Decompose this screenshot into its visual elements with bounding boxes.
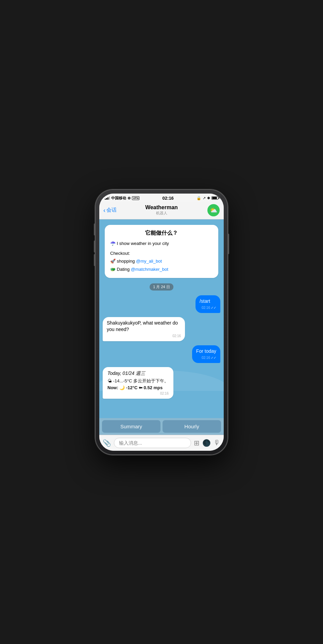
nav-center: Weatherman 机器人 (127, 204, 196, 216)
bubble-reply-text: ShakuyakukyoP, what weather do you need? (107, 320, 178, 332)
sticker-icon[interactable]: ⊞ (194, 439, 200, 447)
bluetooth-icon: ✱ (207, 196, 210, 200)
status-left: 中国移动 ⊜ VPN (105, 196, 139, 201)
signal-icon (105, 196, 110, 200)
weather-footer: 02:16 (107, 392, 169, 395)
bubble-start: /start 02:16 ✓✓ (196, 295, 220, 313)
mic-icon[interactable]: 🎙 (214, 439, 220, 447)
welcome-line1: ☂️ I show weather in your city (110, 240, 213, 247)
status-right: 🔒 ↗ ✱ (197, 196, 218, 200)
bubble-reply-footer: 02:16 (107, 334, 181, 338)
nav-subtitle: 机器人 (127, 211, 196, 216)
check-marks-start: ✓✓ (211, 306, 216, 310)
bubble-reply-time: 02:16 (172, 334, 181, 338)
emoji-icon[interactable]: 🌑 (202, 439, 211, 447)
battery-icon (211, 196, 218, 200)
msg-row-reply: ShakuyakukyoP, what weather do you need?… (103, 317, 220, 341)
checkout-link-2[interactable]: @matchmaker_bot (131, 267, 168, 272)
nav-bar: ‹ 会话 Weatherman 机器人 ⛅ (99, 202, 224, 219)
welcome-checkout: Checkout: 🚀 shopping @my_ali_bot 🐲 Datin… (110, 249, 213, 273)
back-chevron-icon: ‹ (103, 207, 105, 213)
bubble-start-footer: 02:16 ✓✓ (200, 306, 216, 310)
welcome-bubble: 它能做什么？ ☂️ I show weather in your city Ch… (105, 225, 218, 278)
date-label: 1 月 24 日 (150, 283, 173, 291)
msg-row-today: For today 02:16 ✓✓ (103, 345, 220, 363)
input-bar: 📎 ⊞ 🌑 🎙 (99, 435, 224, 451)
msg-row-weather: Today, 01/24 週三 🌤 -14...-5°C 多云开始于下午。 No… (103, 367, 220, 399)
carrier-label: 中国移动 (111, 196, 126, 201)
bot-buttons-bar: Summary Hourly (99, 418, 224, 435)
bot-icon-emoji: ⛅ (210, 207, 217, 214)
checkout-link-1[interactable]: @my_ali_bot (136, 259, 162, 264)
weather-now: Now: 🌙 -12°C ⬅ 0.52 mps (107, 385, 169, 390)
weather-time: 02:16 (160, 392, 169, 395)
summary-button[interactable]: Summary (102, 420, 160, 433)
date-divider: 1 月 24 日 (103, 283, 220, 291)
nav-title: Weatherman (127, 204, 196, 211)
checkout-item-1: 🚀 shopping @my_ali_bot (110, 259, 162, 264)
attach-icon[interactable]: 📎 (103, 439, 111, 447)
bubble-today-footer: 02:16 ✓✓ (196, 356, 216, 360)
weather-bubble: Today, 01/24 週三 🌤 -14...-5°C 多云开始于下午。 No… (103, 367, 173, 399)
welcome-title: 它能做什么？ (110, 230, 213, 237)
bubble-today-text: For today (196, 348, 216, 354)
nav-right: ⛅ (196, 204, 220, 216)
vpn-badge: VPN (132, 196, 139, 200)
checkout-label: Checkout: (110, 251, 130, 256)
bot-avatar[interactable]: ⛅ (207, 204, 220, 216)
location-icon: ↗ (203, 196, 206, 200)
wifi-icon: ⊜ (128, 196, 131, 200)
bubble-today: For today 02:16 ✓✓ (192, 345, 220, 363)
check-marks-today: ✓✓ (211, 356, 216, 360)
bubble-today-time: 02:16 (202, 356, 210, 360)
hourly-button[interactable]: Hourly (163, 420, 221, 433)
msg-row-start: /start 02:16 ✓✓ (103, 295, 220, 313)
status-time: 02:16 (163, 196, 174, 201)
chat-area[interactable]: 它能做什么？ ☂️ I show weather in your city Ch… (99, 219, 224, 418)
weather-date: Today, 01/24 週三 (107, 370, 169, 377)
phone-screen: 中国移动 ⊜ VPN 02:16 🔒 ↗ ✱ ‹ 会话 (99, 194, 224, 451)
status-bar: 中国移动 ⊜ VPN 02:16 🔒 ↗ ✱ (99, 194, 224, 202)
checkout-item-2: 🐲 Dating @matchmaker_bot (110, 267, 168, 272)
lock-icon: 🔒 (197, 196, 201, 200)
bubble-start-time: 02:16 (202, 306, 210, 310)
weather-detail: 🌤 -14...-5°C 多云开始于下午。 (107, 378, 169, 384)
back-label: 会话 (106, 207, 117, 213)
bubble-reply: ShakuyakukyoP, what weather do you need?… (103, 317, 185, 341)
phone-frame: 中国移动 ⊜ VPN 02:16 🔒 ↗ ✱ ‹ 会话 (95, 189, 228, 455)
bubble-start-text: /start (200, 298, 210, 304)
back-button[interactable]: ‹ 会话 (103, 207, 127, 213)
message-input[interactable] (114, 438, 191, 448)
